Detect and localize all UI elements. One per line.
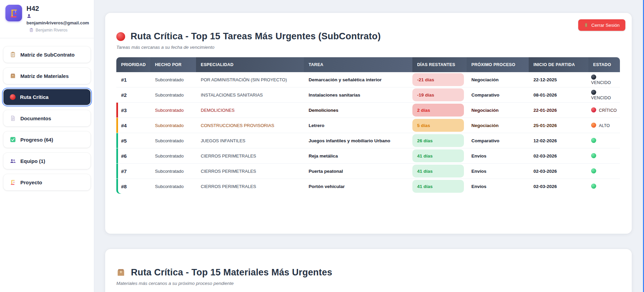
col-hecho-por: HECHO POR	[150, 57, 196, 72]
cell-estado	[588, 148, 620, 164]
package-icon	[116, 268, 125, 277]
cell-estado	[588, 179, 620, 194]
page-title: Ruta Crítica - Top 15 Materiales Más Urg…	[131, 267, 332, 278]
cell-proximo-proceso: Negociación	[467, 103, 529, 118]
page-subtitle: Tareas más cercanas a su fecha de vencim…	[116, 45, 621, 50]
cell-hecho-por: Subcontratado	[150, 118, 196, 133]
sidebar-item-ruta-critica[interactable]: Ruta Crítica	[3, 89, 91, 105]
cell-prioridad: #4	[116, 118, 150, 133]
page-subtitle: Materiales más cercanos a su próximo pro…	[116, 281, 621, 286]
cell-inicio-partida: 12-02-2026	[529, 133, 588, 148]
status-dot-icon	[591, 168, 596, 173]
table-row: #4 Subcontratado CONSTRUCCIONES PROVISOR…	[116, 118, 620, 133]
sidebar-item-matriz-materiales[interactable]: Matriz de Materiales	[3, 68, 91, 84]
tareas-card: Cerrar Sesión Ruta Crítica - Top 15 Tare…	[105, 13, 632, 234]
dias-pill: -21 días	[412, 73, 464, 86]
cell-dias-restantes: 41 días	[412, 148, 467, 164]
cell-prioridad: #8	[116, 179, 150, 194]
dias-pill: 2 días	[412, 104, 464, 117]
dias-pill: 26 días	[412, 134, 464, 147]
status-dot-icon	[591, 123, 596, 128]
status-badge: VENCIDO	[591, 96, 611, 100]
cell-estado	[588, 133, 620, 148]
sidebar-item-label: Documentos	[20, 116, 51, 121]
cell-inicio-partida: 02-03-2026	[529, 179, 588, 194]
cell-tarea: Instalaciones sanitarias	[304, 87, 412, 103]
door-icon	[584, 22, 588, 28]
cell-estado: ALTO	[588, 118, 620, 133]
package-icon	[10, 73, 16, 79]
cell-dias-restantes: -19 días	[412, 87, 467, 103]
cell-estado: VENCIDO	[588, 72, 620, 87]
sidebar-item-proyecto[interactable]: Proyecto	[3, 174, 91, 190]
cell-estado	[588, 164, 620, 179]
sidebar-item-progreso[interactable]: Progreso (64)	[3, 131, 91, 148]
sidebar: H42 benjamin4riveros@gmail.com	[0, 0, 94, 292]
sidebar-item-equipo[interactable]: Equipo (1)	[3, 153, 91, 169]
cell-hecho-por: Subcontratado	[150, 179, 196, 194]
dias-pill: 41 días	[412, 180, 464, 193]
cell-tarea: Letrero	[304, 118, 412, 133]
cell-hecho-por: Subcontratado	[150, 164, 196, 179]
sidebar-header: H42 benjamin4riveros@gmail.com	[0, 0, 94, 38]
dias-pill: 41 días	[412, 165, 464, 178]
cell-estado: VENCIDO	[588, 87, 620, 103]
cell-inicio-partida: 08-01-2026	[529, 87, 588, 103]
cell-prioridad: #5	[116, 133, 150, 148]
cell-proximo-proceso: Comparativo	[467, 133, 529, 148]
cell-especialidad: CIERROS PERIMETRALES	[196, 164, 304, 179]
table-row: #1 Subcontratado POR ADMINISTRACIÓN (SIN…	[116, 72, 620, 87]
sidebar-item-label: Matriz de SubContrato	[20, 52, 75, 58]
logout-button[interactable]: Cerrar Sesión	[578, 19, 625, 31]
cell-proximo-proceso: Negociación	[467, 72, 529, 87]
col-proximo-proceso: PRÓXIMO PROCESO	[467, 57, 529, 72]
status-dot-icon	[591, 90, 596, 95]
table-row: #5 Subcontratado JUEGOS INFANTILES Juego…	[116, 133, 620, 148]
dias-pill: 5 días	[412, 119, 464, 132]
table-row: #7 Subcontratado CIERROS PERIMETRALES Pu…	[116, 164, 620, 179]
cell-inicio-partida: 22-12-2025	[529, 72, 588, 87]
clipboard-icon	[29, 27, 34, 33]
materiales-card: Ruta Crítica - Top 15 Materiales Más Urg…	[105, 249, 632, 292]
cell-prioridad: #1	[116, 72, 150, 87]
tareas-table: PRIORIDAD HECHO POR ESPECIALIDAD TAREA D…	[116, 57, 620, 194]
sidebar-item-label: Progreso (64)	[20, 137, 53, 143]
crane-icon	[10, 179, 16, 185]
clipboard-icon	[10, 51, 16, 58]
sidebar-item-matriz-subcontrato[interactable]: Matriz de SubContrato	[3, 46, 91, 63]
cell-hecho-por: Subcontratado	[150, 87, 196, 103]
sidebar-item-documentos[interactable]: Documentos	[3, 110, 91, 126]
crane-icon	[9, 8, 19, 18]
cell-estado: CRÍTICO	[588, 103, 620, 118]
user-icon	[26, 14, 33, 20]
col-especialidad: ESPECIALIDAD	[196, 57, 304, 72]
col-tarea: TAREA	[304, 57, 412, 72]
cell-proximo-proceso: Envíos	[467, 164, 529, 179]
status-badge: VENCIDO	[591, 80, 611, 85]
sidebar-item-label: Proyecto	[20, 180, 42, 185]
status-badge: ALTO	[599, 123, 610, 128]
user-name: Benjamin Riveros	[36, 28, 67, 33]
cell-especialidad: CONSTRUCCIONES PROVISORIAS	[196, 118, 304, 133]
main-content: Cerrar Sesión Ruta Crítica - Top 15 Tare…	[94, 0, 644, 292]
cell-tarea: Puerta peatonal	[304, 164, 412, 179]
status-dot-icon	[591, 184, 596, 189]
cell-especialidad: POR ADMINISTRACIÓN (SIN PROYECTO)	[196, 72, 304, 87]
logout-label: Cerrar Sesión	[591, 23, 620, 28]
status-dot-icon	[591, 75, 596, 80]
check-icon	[10, 137, 16, 143]
cell-tarea: Juegos infantiles y mobiliario Urbano	[304, 133, 412, 148]
cell-proximo-proceso: Envíos	[467, 148, 529, 164]
cell-tarea: Demoliciones	[304, 103, 412, 118]
cell-tarea: Reja metálica	[304, 148, 412, 164]
cell-dias-restantes: 41 días	[412, 179, 467, 194]
cell-hecho-por: Subcontratado	[150, 133, 196, 148]
table-header-row: PRIORIDAD HECHO POR ESPECIALIDAD TAREA D…	[116, 57, 620, 72]
cell-especialidad: CIERROS PERIMETRALES	[196, 179, 304, 194]
cell-dias-restantes: -21 días	[412, 72, 467, 87]
cell-hecho-por: Subcontratado	[150, 72, 196, 87]
cell-prioridad: #6	[116, 148, 150, 164]
user-email: benjamin4riveros@gmail.com	[26, 20, 89, 25]
dias-pill: -19 días	[412, 88, 464, 101]
cell-inicio-partida: 25-01-2026	[529, 118, 588, 133]
